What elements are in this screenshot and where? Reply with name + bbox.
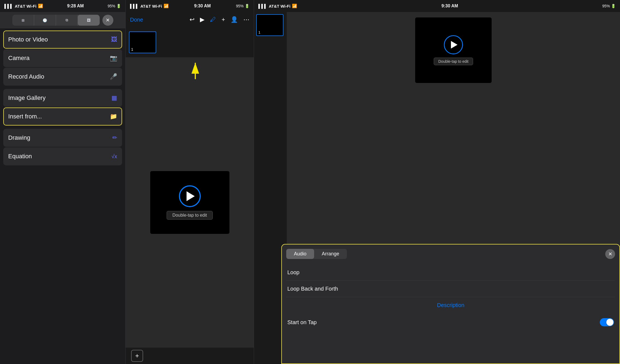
audio-option-loop[interactable]: Loop	[286, 264, 615, 281]
tab-arrange[interactable]: Arrange	[314, 249, 347, 259]
stamp-icon[interactable]: 🖊	[210, 16, 216, 23]
slide-canvas: 1 Double-tap to edit	[126, 27, 254, 348]
film-thumb-number: 1	[131, 47, 133, 52]
toolbar-image-btn[interactable]: 🖼	[78, 15, 99, 26]
equation-icon: √x	[111, 153, 117, 160]
menu-item-insert-from[interactable]: Insert from... 📁	[3, 108, 122, 126]
editor-toolbar: Done ↩ ▶ 🖊 + 👤 ⋯	[126, 12, 254, 27]
film-thumb-1[interactable]: 1	[129, 31, 156, 53]
play-button-panel3[interactable]	[444, 35, 463, 54]
p3-thumb-1[interactable]: 1	[256, 14, 284, 36]
menu-item-photo-video[interactable]: Photo or Video 🖼	[3, 31, 122, 49]
play-triangle-icon	[187, 191, 195, 201]
battery-panel2: 95% 🔋	[236, 4, 249, 8]
toolbar-button-group: ⊞ 🕐 ⧉ 🖼	[12, 15, 100, 26]
insert-from-label: Insert from...	[8, 113, 42, 120]
panel-media-options: ▌▌▌ AT&T Wi-Fi 📶 9:30 AM 95% 🔋 1 Double-…	[254, 0, 620, 364]
photo-video-label: Photo or Video	[8, 36, 48, 43]
photo-video-icon: 🖼	[111, 36, 117, 43]
drawing-label: Drawing	[8, 134, 30, 141]
drawing-icon: ✏	[112, 134, 117, 141]
undo-icon[interactable]: ↩	[190, 16, 194, 23]
battery-label-p2: 95%	[236, 4, 244, 8]
wifi-icon-p2: 📶	[164, 4, 169, 8]
menu-item-record-audio[interactable]: Record Audio 🎤	[3, 68, 122, 86]
panel2-bottom-bar: +	[126, 348, 254, 364]
audio-option-loop-back[interactable]: Loop Back and Forth	[286, 281, 615, 297]
panel-slide-editor: ▌▌▌ AT&T Wi-Fi 📶 9:30 AM 95% 🔋 Done ↩ ▶ …	[126, 0, 254, 364]
arrow-svg	[187, 60, 203, 82]
plus-icon[interactable]: +	[222, 16, 225, 23]
time-panel1: 9:28 AM	[67, 4, 84, 8]
toolbar-close-btn[interactable]: ✕	[102, 15, 113, 26]
signal-icon: ▌▌▌	[4, 4, 13, 8]
camera-icon: 📷	[110, 55, 117, 62]
audio-option-start-on-tap: Start on Tap	[286, 313, 615, 331]
layers-icon: ⧉	[66, 18, 68, 22]
wifi-icon: 📶	[38, 4, 43, 8]
battery-panel1: 95% 🔋	[108, 4, 121, 8]
filmstrip: 1	[126, 27, 254, 57]
carrier-label-p3: AT&T Wi-Fi	[269, 4, 291, 8]
editor-toolbar-icons: ↩ ▶ 🖊 + 👤 ⋯	[190, 16, 249, 23]
menu-item-image-gallery[interactable]: Image Gallery ▦	[3, 89, 122, 107]
status-bar-panel1: ▌▌▌ AT&T Wi-Fi 📶 9:28 AM 95% 🔋	[0, 0, 125, 12]
tab-audio[interactable]: Audio	[286, 249, 314, 259]
audio-panel-header: Audio Arrange ✕	[286, 249, 615, 259]
play-icon[interactable]: ▶	[200, 16, 205, 23]
carrier-wifi-panel2: ▌▌▌ AT&T Wi-Fi 📶	[130, 4, 169, 8]
signal-icon-p3: ▌▌▌	[258, 4, 267, 8]
double-tap-label-panel3: Double-tap to edit	[434, 58, 473, 65]
done-button[interactable]: Done	[130, 17, 143, 23]
person-add-icon[interactable]: 👤	[231, 16, 238, 23]
menu-item-camera[interactable]: Camera 📷	[3, 49, 122, 67]
loop-label: Loop	[287, 269, 300, 275]
grid-icon: ⊞	[22, 18, 25, 22]
insert-menu-list: Photo or Video 🖼 Camera 📷 Record Audio 🎤…	[0, 28, 125, 364]
battery-label-p3: 95%	[602, 4, 610, 8]
status-bar-panel3: ▌▌▌ AT&T Wi-Fi 📶 9:30 AM 95% 🔋	[254, 0, 620, 12]
panel3-canvas: 1 Double-tap to edit Audio Arrange	[254, 12, 620, 364]
toolbar-grid-btn[interactable]: ⊞	[12, 15, 34, 26]
signal-icon-p2: ▌▌▌	[130, 4, 139, 8]
menu-item-equation[interactable]: Equation √x	[3, 147, 122, 165]
wifi-icon-p3: 📶	[292, 4, 297, 8]
clock-icon: 🕐	[43, 18, 47, 22]
equation-label: Equation	[8, 153, 32, 160]
audio-settings-panel: Audio Arrange ✕ Loop Loop Back and Forth…	[281, 244, 620, 364]
audio-option-description[interactable]: Description	[286, 297, 615, 313]
description-label: Description	[437, 302, 464, 308]
time-panel2: 9:30 AM	[194, 4, 211, 8]
toolbar-clock-btn[interactable]: 🕐	[34, 15, 56, 26]
insert-toolbar: ⊞ 🕐 ⧉ 🖼 ✕	[0, 12, 125, 28]
carrier-label: AT&T Wi-Fi	[15, 4, 37, 8]
panel-insert-menu: ▌▌▌ AT&T Wi-Fi 📶 9:28 AM 95% 🔋 ⊞ 🕐 ⧉ 🖼	[0, 0, 126, 364]
image-gallery-label: Image Gallery	[8, 94, 46, 102]
toolbar-layers-btn[interactable]: ⧉	[56, 15, 78, 26]
video-box-panel2: Double-tap to edit	[150, 171, 229, 234]
audio-arrange-tabs: Audio Arrange	[286, 249, 347, 259]
start-on-tap-label: Start on Tap	[287, 319, 317, 326]
status-bar-panel2: ▌▌▌ AT&T Wi-Fi 📶 9:30 AM 95% 🔋	[126, 0, 254, 12]
carrier-wifi-panel3: ▌▌▌ AT&T Wi-Fi 📶	[258, 4, 297, 8]
add-slide-button[interactable]: +	[131, 350, 143, 362]
p3-triangle-icon	[451, 41, 457, 49]
close-icon-audio: ✕	[608, 251, 612, 257]
carrier-label-p2: AT&T Wi-Fi	[140, 4, 162, 8]
yellow-arrow-indicator	[187, 60, 203, 83]
battery-icon-p3: 🔋	[611, 4, 616, 8]
play-button-panel2[interactable]	[179, 185, 201, 207]
video-player-panel2: Double-tap to edit	[126, 57, 254, 348]
battery-panel3: 95% 🔋	[602, 4, 616, 8]
toggle-knob	[606, 319, 613, 326]
battery-icon: 🔋	[116, 4, 121, 8]
menu-item-drawing[interactable]: Drawing ✏	[3, 129, 122, 147]
ellipsis-icon[interactable]: ⋯	[243, 16, 249, 23]
start-on-tap-toggle[interactable]	[600, 318, 614, 326]
p3-thumb-number: 1	[258, 30, 260, 34]
loop-back-label: Loop Back and Forth	[287, 286, 338, 292]
battery-label: 95%	[108, 4, 115, 8]
audio-panel-close-btn[interactable]: ✕	[605, 249, 615, 259]
video-box-panel3: Double-tap to edit	[415, 17, 492, 83]
microphone-icon: 🎤	[110, 73, 117, 80]
